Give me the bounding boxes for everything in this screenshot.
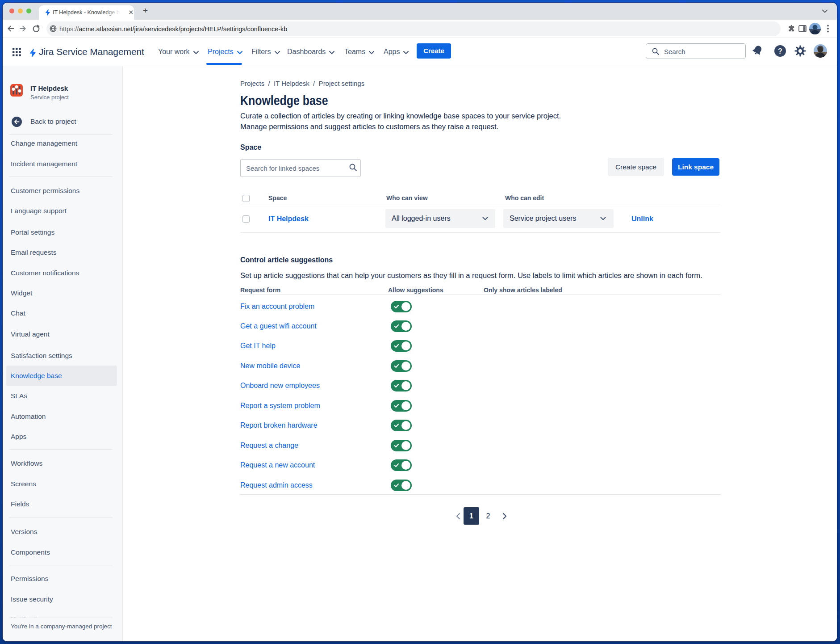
svg-text:?: ? xyxy=(778,47,782,55)
